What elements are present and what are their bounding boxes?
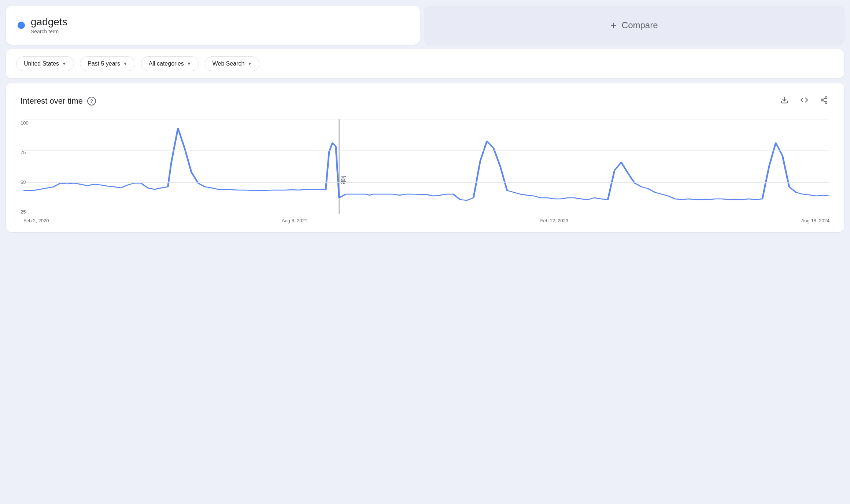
x-label-aug2021: Aug 8, 2021 <box>282 218 307 223</box>
time-filter[interactable]: Past 5 years ▼ <box>80 56 135 71</box>
filters-card: United States ▼ Past 5 years ▼ All categ… <box>6 49 844 78</box>
svg-line-4 <box>823 100 825 102</box>
category-chevron-icon: ▼ <box>187 61 191 66</box>
chart-inner: Note Feb 2, 2020 Aug 8, 2021 Feb 12, 202… <box>23 119 829 223</box>
chart-card: Interest over time ? <box>6 83 844 232</box>
x-label-aug2024: Aug 18, 2024 <box>801 218 829 223</box>
search-type-label: Web Search <box>212 60 245 67</box>
chart-title: Interest over time <box>21 96 83 106</box>
embed-button[interactable] <box>799 94 810 107</box>
search-term-card: gadgets Search term <box>6 6 420 45</box>
x-axis-labels: Feb 2, 2020 Aug 8, 2021 Feb 12, 2023 Aug… <box>23 218 829 223</box>
chart-actions <box>779 94 829 107</box>
svg-text:Note: Note <box>340 176 348 184</box>
compare-card[interactable]: + Compare <box>424 6 844 45</box>
term-name: gadgets <box>31 16 67 28</box>
time-chevron-icon: ▼ <box>123 61 128 66</box>
location-filter[interactable]: United States ▼ <box>16 56 74 71</box>
term-label: Search term <box>31 29 67 34</box>
compare-plus-icon: + <box>610 19 616 31</box>
time-label: Past 5 years <box>88 60 120 67</box>
share-button[interactable] <box>818 94 829 107</box>
chart-title-area: Interest over time ? <box>21 96 96 106</box>
category-label: All categories <box>149 60 184 67</box>
download-button[interactable] <box>779 94 790 107</box>
x-label-feb2023: Feb 12, 2023 <box>540 218 569 223</box>
compare-label: Compare <box>622 20 658 30</box>
x-label-feb2020: Feb 2, 2020 <box>23 218 49 223</box>
search-term-text: gadgets Search term <box>31 16 67 34</box>
search-type-chevron-icon: ▼ <box>247 61 252 66</box>
chart-header: Interest over time ? <box>21 94 829 107</box>
location-chevron-icon: ▼ <box>62 61 66 66</box>
search-type-filter[interactable]: Web Search ▼ <box>205 56 260 71</box>
location-label: United States <box>24 60 59 67</box>
chart-svg: Note <box>23 119 829 214</box>
svg-line-5 <box>823 98 825 100</box>
help-icon[interactable]: ? <box>87 97 96 105</box>
search-term-dot <box>18 22 25 29</box>
category-filter[interactable]: All categories ▼ <box>141 56 199 71</box>
chart-area: 100 75 50 25 Note <box>21 119 829 223</box>
